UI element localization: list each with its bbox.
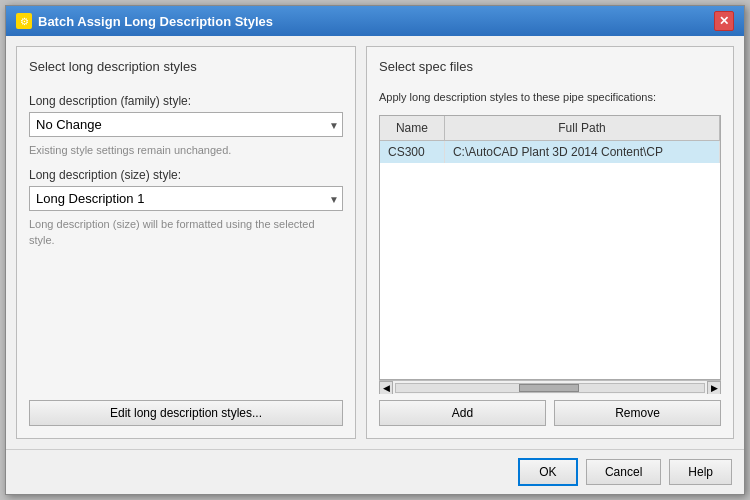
size-label: Long description (size) style: [29, 168, 343, 182]
family-dropdown[interactable]: No Change [29, 112, 343, 137]
dialog-title: Batch Assign Long Description Styles [38, 14, 273, 29]
family-label: Long description (family) style: [29, 94, 343, 108]
help-button[interactable]: Help [669, 459, 732, 485]
scroll-right-btn[interactable]: ▶ [707, 381, 721, 395]
right-section-title: Select spec files [379, 59, 721, 74]
row-name: CS300 [380, 141, 444, 164]
footer: OK Cancel Help [6, 449, 744, 494]
left-section-title: Select long description styles [29, 59, 343, 74]
scroll-left-btn[interactable]: ◀ [379, 381, 393, 395]
size-dropdown-wrapper: Long Description 1 ▼ [29, 186, 343, 211]
dialog-icon: ⚙ [16, 13, 32, 29]
remove-button[interactable]: Remove [554, 400, 721, 426]
family-dropdown-wrapper: No Change ▼ [29, 112, 343, 137]
spec-files-table: Name Full Path CS300 C:\AutoCAD Plant 3D… [380, 116, 720, 163]
scrollbar-thumb[interactable] [519, 384, 579, 392]
dialog-body: Select long description styles Long desc… [6, 36, 744, 449]
scrollbar-track [395, 383, 705, 393]
family-hint: Existing style settings remain unchanged… [29, 143, 343, 158]
horizontal-scrollbar[interactable]: ◀ ▶ [379, 380, 721, 394]
table-row[interactable]: CS300 C:\AutoCAD Plant 3D 2014 Content\C… [380, 141, 720, 164]
close-button[interactable]: ✕ [714, 11, 734, 31]
batch-assign-dialog: ⚙ Batch Assign Long Description Styles ✕… [5, 5, 745, 495]
spec-buttons: Add Remove [379, 400, 721, 426]
left-panel: Select long description styles Long desc… [16, 46, 356, 439]
title-bar: ⚙ Batch Assign Long Description Styles ✕ [6, 6, 744, 36]
add-button[interactable]: Add [379, 400, 546, 426]
size-hint: Long description (size) will be formatte… [29, 217, 343, 248]
col-full-path: Full Path [444, 116, 719, 141]
right-panel: Select spec files Apply long description… [366, 46, 734, 439]
spec-files-table-container[interactable]: Name Full Path CS300 C:\AutoCAD Plant 3D… [379, 115, 721, 380]
apply-hint: Apply long description styles to these p… [379, 90, 721, 105]
size-dropdown[interactable]: Long Description 1 [29, 186, 343, 211]
edit-styles-button[interactable]: Edit long description styles... [29, 400, 343, 426]
row-full-path: C:\AutoCAD Plant 3D 2014 Content\CP [444, 141, 719, 164]
col-name: Name [380, 116, 444, 141]
ok-button[interactable]: OK [518, 458, 578, 486]
title-bar-left: ⚙ Batch Assign Long Description Styles [16, 13, 273, 29]
cancel-button[interactable]: Cancel [586, 459, 661, 485]
